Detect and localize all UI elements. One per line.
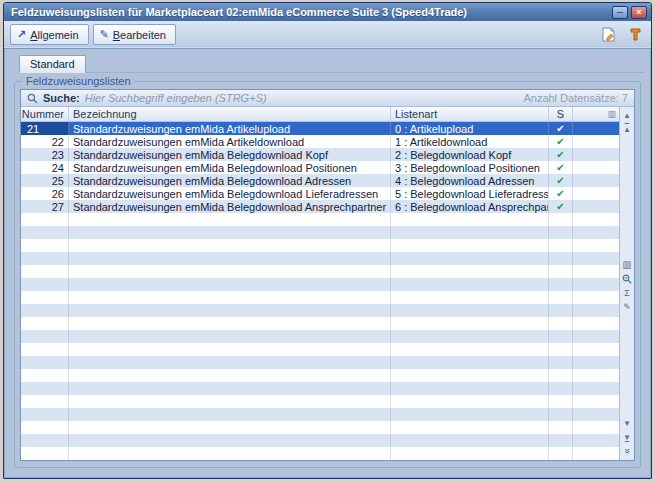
- header-listenart[interactable]: Listenart: [391, 107, 549, 121]
- cell-bezeichnung: [69, 226, 391, 239]
- groupbox-label: Feldzuweisungslisten: [22, 75, 135, 87]
- cell-bezeichnung: Standardzuweisungen emMida Belegdownload…: [69, 187, 391, 200]
- scroll-down-icon[interactable]: ▾: [620, 416, 634, 430]
- app-window: Feldzuweisungslisten für Marketplaceart …: [3, 2, 652, 479]
- table-empty-row[interactable]: [21, 434, 619, 447]
- table-row[interactable]: 24 Standardzuweisungen emMida Belegdownl…: [21, 161, 619, 174]
- toolbar-right-group: [598, 25, 645, 45]
- scroll-bottom-icon[interactable]: ▾: [620, 430, 634, 444]
- table-empty-row[interactable]: [21, 304, 619, 317]
- cell-bezeichnung: [69, 382, 391, 395]
- grid-options-icon[interactable]: ▥: [607, 109, 616, 119]
- document-icon[interactable]: [598, 25, 618, 45]
- table-empty-row[interactable]: [21, 278, 619, 291]
- cell-listenart: [391, 291, 549, 304]
- search-icon: [27, 93, 38, 104]
- table-empty-row[interactable]: [21, 447, 619, 460]
- cell-nummer: [21, 382, 69, 395]
- cell-filler: [573, 421, 619, 434]
- table-empty-row[interactable]: [21, 252, 619, 265]
- cell-bezeichnung: [69, 408, 391, 421]
- cell-nummer: 25: [21, 174, 69, 187]
- cell-listenart: [391, 408, 549, 421]
- titlebar[interactable]: Feldzuweisungslisten für Marketplaceart …: [4, 3, 651, 21]
- sum-icon[interactable]: Σ: [620, 286, 634, 300]
- cell-nummer: [21, 421, 69, 434]
- cell-nummer: [21, 239, 69, 252]
- table-empty-row[interactable]: [21, 330, 619, 343]
- table-row[interactable]: 22 Standardzuweisungen emMida Artikeldow…: [21, 135, 619, 148]
- cell-listenart: [391, 434, 549, 447]
- cell-bezeichnung: [69, 356, 391, 369]
- cell-status-check: [549, 356, 573, 369]
- cell-listenart: [391, 369, 549, 382]
- search-bar[interactable]: Suche: Hier Suchbegriff eingeben (STRG+S…: [21, 90, 634, 107]
- header-status[interactable]: S: [549, 107, 573, 121]
- cell-nummer: [21, 291, 69, 304]
- table-empty-row[interactable]: [21, 382, 619, 395]
- fast-down-icon[interactable]: »: [620, 444, 634, 458]
- cell-nummer: [21, 213, 69, 226]
- cell-status-check: ✔: [549, 187, 573, 200]
- cell-filler: [573, 174, 619, 187]
- table-empty-row[interactable]: [21, 291, 619, 304]
- tabstrip: Standard: [19, 55, 644, 73]
- table-rows: 21 Standardzuweisungen emMida Artikelupl…: [21, 122, 619, 460]
- cell-status-check: ✔: [549, 200, 573, 213]
- cell-bezeichnung: [69, 304, 391, 317]
- grid-nav-strip: ▴ ▴ ▥ Σ ✎: [619, 107, 634, 460]
- table-empty-row[interactable]: [21, 343, 619, 356]
- cell-listenart: 3 : Belegdownload Positionen: [391, 161, 549, 174]
- table-empty-row[interactable]: [21, 395, 619, 408]
- edit-icon[interactable]: ✎: [620, 300, 634, 314]
- bearbeiten-button[interactable]: ✎ Bearbeiten: [93, 24, 176, 45]
- allgemein-button[interactable]: ↗ Allgemein: [10, 24, 89, 45]
- tools-icon[interactable]: [625, 25, 645, 45]
- header-nummer[interactable]: Nummer: [21, 107, 69, 121]
- minimize-button[interactable]: ─: [612, 6, 628, 19]
- cell-filler: [573, 330, 619, 343]
- table-empty-row[interactable]: [21, 239, 619, 252]
- feldzuweisungslisten-groupbox: Feldzuweisungslisten Suche: Hier Suchbeg…: [14, 81, 641, 468]
- cell-nummer: [21, 395, 69, 408]
- table-empty-row[interactable]: [21, 265, 619, 278]
- cell-filler: [573, 395, 619, 408]
- scroll-top-icon[interactable]: ▴: [620, 122, 634, 136]
- cell-filler: [573, 369, 619, 382]
- scroll-up-icon[interactable]: ▴: [620, 108, 634, 122]
- cell-nummer: 21: [21, 122, 69, 135]
- table-empty-row[interactable]: [21, 369, 619, 382]
- cell-nummer: [21, 434, 69, 447]
- table-row[interactable]: 25 Standardzuweisungen emMida Belegdownl…: [21, 174, 619, 187]
- cell-listenart: 4 : Belegdownload Adressen: [391, 174, 549, 187]
- header-bezeichnung[interactable]: Bezeichnung: [69, 107, 391, 121]
- cell-filler: [573, 148, 619, 161]
- cell-listenart: [391, 356, 549, 369]
- table-empty-row[interactable]: [21, 356, 619, 369]
- table-empty-row[interactable]: [21, 421, 619, 434]
- table-empty-row[interactable]: [21, 317, 619, 330]
- cell-filler: [573, 265, 619, 278]
- cell-bezeichnung: [69, 369, 391, 382]
- cell-bezeichnung: [69, 447, 391, 460]
- table-empty-row[interactable]: [21, 213, 619, 226]
- cell-bezeichnung: [69, 213, 391, 226]
- cell-status-check: [549, 434, 573, 447]
- cell-status-check: [549, 382, 573, 395]
- cell-listenart: [391, 226, 549, 239]
- table-row[interactable]: 23 Standardzuweisungen emMida Belegdownl…: [21, 148, 619, 161]
- table-row[interactable]: 21 Standardzuweisungen emMida Artikelupl…: [21, 122, 619, 135]
- cell-filler: [573, 382, 619, 395]
- table-row[interactable]: 27 Standardzuweisungen emMida Belegdownl…: [21, 200, 619, 213]
- table-row[interactable]: 26 Standardzuweisungen emMida Belegdownl…: [21, 187, 619, 200]
- cell-filler: [573, 408, 619, 421]
- cell-nummer: [21, 265, 69, 278]
- zoom-icon[interactable]: [620, 272, 634, 286]
- tab-standard[interactable]: Standard: [19, 55, 86, 73]
- table-empty-row[interactable]: [21, 226, 619, 239]
- close-button[interactable]: ×: [631, 6, 647, 19]
- table-empty-row[interactable]: [21, 408, 619, 421]
- cell-bezeichnung: Standardzuweisungen emMida Belegdownload…: [69, 161, 391, 174]
- cell-nummer: 27: [21, 200, 69, 213]
- column-chooser-icon[interactable]: ▥: [620, 258, 634, 272]
